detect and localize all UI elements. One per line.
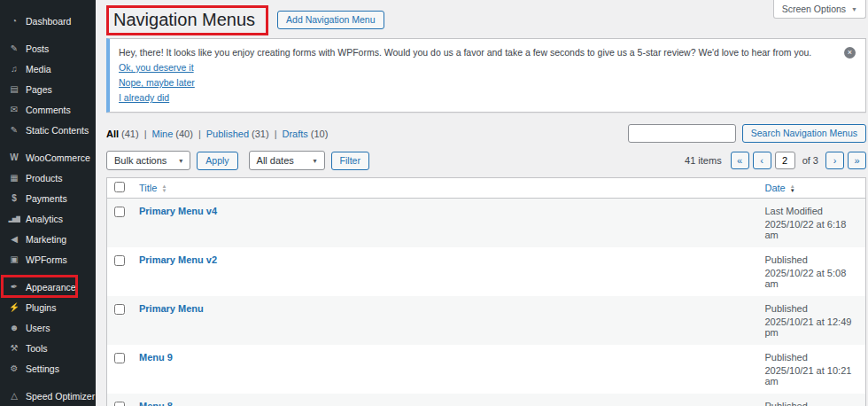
sort-icon: ▲▼ xyxy=(161,184,167,193)
sidebar-item-woocommerce[interactable]: W WooCommerce xyxy=(0,147,96,168)
sidebar-item-wpforms[interactable]: ▣ WPForms xyxy=(0,249,96,269)
title-column-header[interactable]: Title▲▼ xyxy=(132,178,758,199)
analytics-icon: ▂▅▇ xyxy=(8,215,20,223)
sidebar-item-comments[interactable]: ✉ Comments xyxy=(0,99,96,120)
filter-separator: | xyxy=(198,129,201,139)
chevron-down-icon: ▾ xyxy=(314,157,317,165)
date-header-label: Date xyxy=(765,183,786,193)
sort-desc-icon: ▲▼ xyxy=(790,184,795,193)
sidebar-item-settings[interactable]: ⚙ Settings xyxy=(0,358,96,379)
sidebar-item-products[interactable]: ▦ Products xyxy=(0,168,96,188)
apply-button[interactable]: Apply xyxy=(197,152,237,170)
sidebar-item-marketing[interactable]: ◀ Marketing xyxy=(0,229,96,249)
screen-options-button[interactable]: Screen Options ▼ xyxy=(773,0,866,19)
filter-drafts-count: (10) xyxy=(311,129,329,139)
dashboard-icon: ◔ xyxy=(8,16,20,26)
menu-title-link[interactable]: Primary Menu v4 xyxy=(139,206,217,216)
woocommerce-icon: W xyxy=(8,152,20,162)
sidebar-item-analytics[interactable]: ▂▅▇ Analytics xyxy=(0,208,96,229)
sidebar-item-label: Analytics xyxy=(26,214,63,224)
bulk-actions-group: Bulk actions ▾ Apply All dates ▾ Filter xyxy=(106,151,369,170)
items-count: 41 items xyxy=(685,155,722,166)
row-status: Published xyxy=(765,303,859,314)
status-filter-links: All (41) | Mine (40) | Published (31) | … xyxy=(106,124,328,139)
add-navigation-menu-button[interactable]: Add Navigation Menu xyxy=(277,11,384,29)
chevron-down-icon: ▼ xyxy=(851,6,857,12)
sidebar-item-users[interactable]: ☻ Users xyxy=(0,317,96,338)
sidebar-item-dashboard[interactable]: ◔ Dashboard xyxy=(0,11,96,31)
row-checkbox[interactable] xyxy=(114,207,125,217)
table-row: Menu 8 Published 2025/10/21 at 10:20 am xyxy=(107,394,866,406)
wrench-icon: ⚒ xyxy=(8,343,20,353)
review-later-link[interactable]: Nope, maybe later xyxy=(119,77,195,88)
row-checkbox[interactable] xyxy=(114,304,125,315)
search-input[interactable] xyxy=(628,124,736,143)
filter-published-link[interactable]: Published xyxy=(206,129,249,139)
sidebar-item-tools[interactable]: ⚒ Tools xyxy=(0,338,96,358)
chevron-down-icon: ▾ xyxy=(179,157,182,165)
date-filter-value: All dates xyxy=(257,155,294,166)
sidebar-item-speed-optimizer[interactable]: △ Speed Optimizer xyxy=(0,386,96,406)
products-icon: ▦ xyxy=(8,173,20,183)
sidebar-item-label: Media xyxy=(26,64,51,74)
search-navigation-menus-button[interactable]: Search Navigation Menus xyxy=(742,124,866,143)
menu-title-link[interactable]: Menu 8 xyxy=(139,401,173,406)
list-controls: All (41) | Mine (40) | Published (31) | … xyxy=(106,124,866,143)
sidebar-item-pages[interactable]: ▤ Pages xyxy=(0,79,96,99)
table-row: Primary Menu v4 Last Modified 2025/10/22… xyxy=(107,199,866,248)
review-yes-link[interactable]: Ok, you deserve it xyxy=(119,62,194,73)
row-checkbox[interactable] xyxy=(114,402,125,406)
filter-button[interactable]: Filter xyxy=(331,152,369,170)
menu-title-link[interactable]: Primary Menu xyxy=(139,303,204,314)
pushpin-icon: ✎ xyxy=(8,43,20,53)
sidebar-item-payments[interactable]: $ Payments xyxy=(0,188,96,208)
search-box: Search Navigation Menus xyxy=(628,124,866,143)
row-status: Published xyxy=(765,352,859,363)
menu-title-link[interactable]: Menu 9 xyxy=(139,352,173,363)
select-all-checkbox[interactable] xyxy=(114,182,125,192)
review-done-link[interactable]: I already did xyxy=(119,92,169,103)
admin-sidebar: ◔ Dashboard ✎ Posts ♫ Media ▤ Pages ✉ Co… xyxy=(0,0,96,406)
filter-all-count: (41) xyxy=(121,129,139,139)
pushpin-icon: ✎ xyxy=(8,125,20,135)
date-column-header[interactable]: Date▲▼ xyxy=(758,178,866,199)
filter-drafts-link[interactable]: Drafts xyxy=(283,129,308,139)
sidebar-item-label: WooCommerce xyxy=(26,152,90,163)
last-page-button[interactable]: » xyxy=(848,152,866,169)
notice-message: Hey, there! It looks like you enjoy crea… xyxy=(119,47,835,58)
filter-published-count: (31) xyxy=(252,129,269,139)
sidebar-item-static-contents[interactable]: ✎ Static Contents xyxy=(0,120,96,140)
filter-mine-link[interactable]: Mine xyxy=(151,129,173,139)
sidebar-item-appearance[interactable]: ✒ Appearance xyxy=(0,277,96,297)
filter-separator: | xyxy=(144,129,147,139)
sidebar-item-plugins[interactable]: ⚡ Plugins xyxy=(0,297,96,317)
bulk-actions-select[interactable]: Bulk actions ▾ xyxy=(106,151,190,170)
current-page-input[interactable] xyxy=(775,152,795,169)
filter-separator: | xyxy=(275,129,277,139)
next-page-button[interactable]: › xyxy=(825,152,844,169)
sidebar-item-media[interactable]: ♫ Media xyxy=(0,59,96,79)
total-pages-label: of 3 xyxy=(802,155,818,166)
filter-mine-count: (40) xyxy=(175,129,193,139)
title-header-label: Title xyxy=(139,183,157,193)
filter-all-link[interactable]: All xyxy=(106,129,119,139)
table-row: Primary Menu v2 Published 2025/10/22 at … xyxy=(107,247,866,296)
comment-icon: ✉ xyxy=(8,105,20,114)
row-date: 2025/10/22 at 5:08 am xyxy=(765,268,859,289)
first-page-button[interactable]: « xyxy=(731,152,749,169)
dismiss-notice-icon[interactable]: × xyxy=(844,47,856,59)
sidebar-separator xyxy=(0,140,96,147)
menu-title-link[interactable]: Primary Menu v2 xyxy=(139,254,217,265)
row-checkbox[interactable] xyxy=(114,255,125,266)
megaphone-icon: ◀ xyxy=(8,234,20,244)
row-status: Published xyxy=(765,254,859,265)
page-title: Navigation Menus xyxy=(106,5,268,35)
sidebar-item-label: Tools xyxy=(26,343,48,354)
sidebar-item-posts[interactable]: ✎ Posts xyxy=(0,38,96,59)
previous-page-button[interactable]: ‹ xyxy=(753,152,771,169)
form-icon: ▣ xyxy=(8,254,20,264)
row-checkbox[interactable] xyxy=(114,353,125,363)
date-filter-select[interactable]: All dates ▾ xyxy=(249,151,325,170)
user-icon: ☻ xyxy=(8,323,20,332)
screen-options-label: Screen Options xyxy=(782,4,846,14)
